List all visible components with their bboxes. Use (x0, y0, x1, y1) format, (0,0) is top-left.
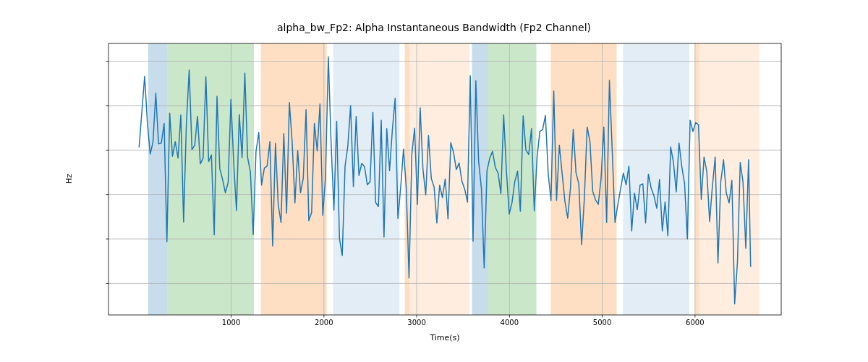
plot-area (109, 43, 781, 315)
x-tick-label: 5000 (593, 319, 611, 327)
x-tick-label: 3000 (407, 319, 425, 327)
x-tick-label: 6000 (686, 319, 704, 327)
svg-rect-24 (109, 43, 781, 315)
x-axis-label: Time(s) (430, 333, 459, 342)
chart-title: alpha_bw_Fp2: Alpha Instantaneous Bandwi… (0, 22, 868, 33)
y-axis-label: Hz (64, 174, 74, 184)
x-tick-label: 4000 (501, 319, 519, 327)
axes-spines (109, 43, 781, 315)
x-tick-label: 2000 (315, 319, 333, 327)
x-tick-label: 1000 (222, 319, 240, 327)
